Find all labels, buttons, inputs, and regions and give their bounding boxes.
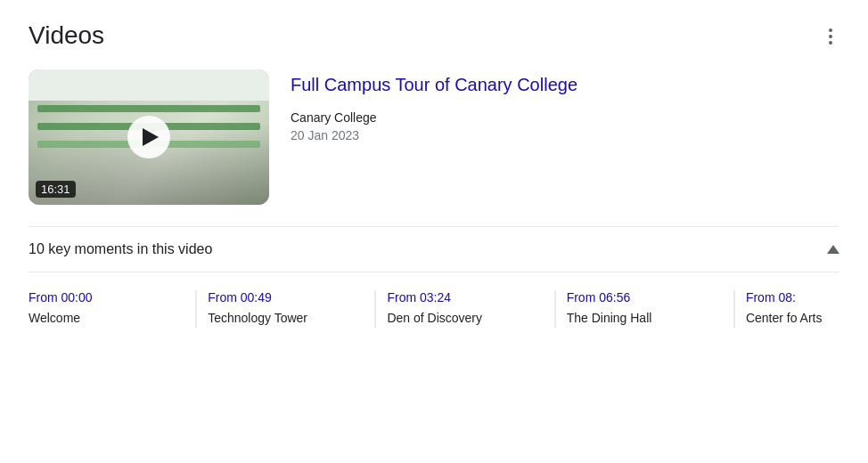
video-date: 20 Jan 2023 [291,128,839,142]
moment-item-partial: From 08: Center fo Arts [733,290,839,328]
moment-label: Technology Tower [208,310,364,328]
videos-header: Videos [29,21,839,52]
moment-time[interactable]: From 06:56 [567,290,723,305]
play-icon [143,128,159,146]
video-info: Full Campus Tour of Canary College Canar… [291,69,839,142]
key-moments-toggle[interactable]: 10 key moments in this video [29,226,839,272]
moment-time-partial[interactable]: From 08: [746,290,839,305]
chevron-up-icon [827,245,839,254]
video-title-link[interactable]: Full Campus Tour of Canary College [291,73,839,96]
video-thumbnail[interactable]: 16:31 [29,69,269,205]
page-title: Videos [29,21,104,50]
moment-label-partial: Center fo Arts [746,310,839,328]
moment-time[interactable]: From 00:49 [208,290,364,305]
moment-item: From 03:24 Den of Discovery [374,290,553,328]
more-options-button[interactable] [822,21,839,52]
moment-label: Den of Discovery [387,310,543,328]
moments-grid: From 00:00 Welcome From 00:49 Technology… [29,290,839,328]
key-moments-label: 10 key moments in this video [29,241,212,257]
moment-item: From 06:56 The Dining Hall [554,290,733,328]
video-channel: Canary College [291,110,839,125]
video-card: 16:31 Full Campus Tour of Canary College… [29,69,839,205]
video-duration: 16:31 [36,181,76,198]
moment-item: From 00:49 Technology Tower [195,290,374,328]
moment-item: From 00:00 Welcome [29,290,195,328]
play-button[interactable] [127,116,170,158]
moment-time[interactable]: From 00:00 [29,290,184,305]
moment-label: Welcome [29,310,184,328]
moment-label: The Dining Hall [567,310,723,328]
moment-time[interactable]: From 03:24 [387,290,543,305]
